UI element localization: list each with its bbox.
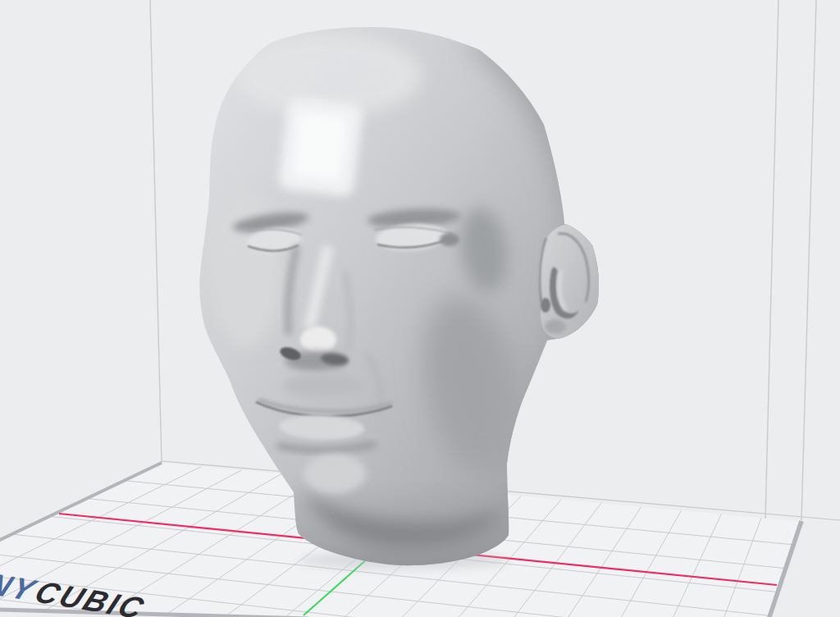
viewport-3d[interactable]: ANYCUBIC — [0, 0, 840, 617]
slicer-stage: ANYCUBIC — [0, 0, 840, 617]
